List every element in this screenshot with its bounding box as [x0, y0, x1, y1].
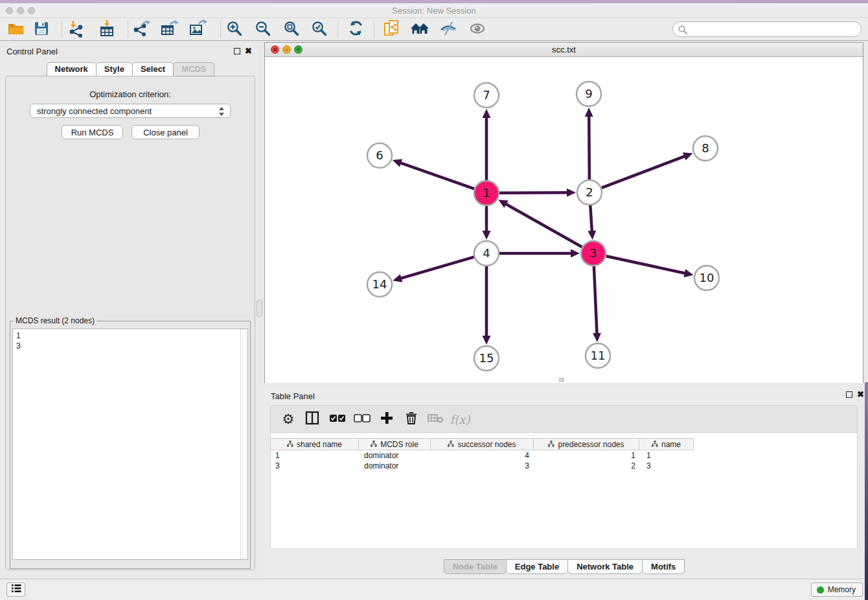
- float-table-panel-icon[interactable]: [846, 391, 852, 398]
- result-scrollbar[interactable]: [240, 329, 247, 559]
- panel-splitter-handle[interactable]: [257, 300, 262, 317]
- mcds-result-title: MCDS result (2 nodes): [14, 316, 97, 325]
- zoom-in-button[interactable]: [223, 19, 246, 40]
- table-tab-node-table[interactable]: Node Table: [444, 559, 507, 574]
- table-cell[interactable]: 4: [432, 450, 536, 461]
- graph-node-6[interactable]: 6: [367, 143, 392, 168]
- graph-arrowhead-4-3: [571, 249, 580, 258]
- memory-button[interactable]: Memory: [811, 583, 863, 597]
- task-history-button[interactable]: [6, 583, 25, 597]
- table-settings-button[interactable]: ⚙: [277, 410, 299, 429]
- graph-arrowhead-4-14: [393, 274, 402, 282]
- hide-selected-button[interactable]: [437, 19, 460, 40]
- close-panel-icon[interactable]: ✖: [245, 47, 252, 55]
- column-header-MCDS-role[interactable]: MCDS role: [358, 438, 431, 450]
- table-cell[interactable]: 3: [271, 461, 360, 471]
- graph-node-2[interactable]: 2: [577, 180, 602, 205]
- network-graph[interactable]: 1234678910111415: [265, 57, 863, 383]
- first-neighbors-button[interactable]: [408, 19, 431, 40]
- graph-edge-4-14[interactable]: [400, 257, 474, 279]
- svg-text:2: 2: [586, 185, 593, 199]
- graph-edge-3-1[interactable]: [505, 203, 582, 247]
- delete-button[interactable]: [400, 410, 422, 429]
- control-tab-style[interactable]: Style: [96, 62, 133, 76]
- column-header-name[interactable]: name: [639, 438, 694, 450]
- table-tab-edge-table[interactable]: Edge Table: [506, 559, 568, 574]
- table-row[interactable]: 3dominator323: [271, 461, 697, 471]
- table-cell[interactable]: 1: [536, 450, 642, 461]
- graph-node-11[interactable]: 11: [586, 343, 610, 368]
- close-table-panel-icon[interactable]: ✖: [857, 391, 864, 398]
- graph-edge-2-3[interactable]: [590, 205, 592, 233]
- table-row[interactable]: 1dominator411: [271, 450, 697, 461]
- unchecked-boxes-icon: [354, 413, 371, 425]
- graph-node-14[interactable]: 14: [367, 272, 392, 297]
- column-header-predecessor-nodes[interactable]: predecessor nodes: [533, 438, 639, 450]
- search-input[interactable]: [690, 23, 855, 35]
- open-file-button[interactable]: [4, 19, 27, 40]
- export-network-button[interactable]: [130, 19, 153, 40]
- table-cell[interactable]: dominator: [360, 450, 432, 461]
- import-table-button[interactable]: [95, 19, 119, 40]
- graph-edge-2-9[interactable]: [589, 115, 589, 179]
- table-cell[interactable]: 1: [271, 450, 360, 461]
- table-tab-network-table[interactable]: Network Table: [567, 559, 643, 574]
- table-cell[interactable]: 1: [642, 450, 697, 461]
- graph-edge-3-10[interactable]: [606, 256, 687, 273]
- add-button[interactable]: [376, 410, 398, 429]
- run-mcds-button[interactable]: Run MCDS: [62, 125, 123, 139]
- network-view-window: ✕ − + scc.txt 1234678910111415: [264, 42, 863, 383]
- clone-network-button[interactable]: [380, 19, 404, 40]
- toolbar-separator: [337, 21, 338, 38]
- function-builder-button[interactable]: f(x): [449, 410, 471, 429]
- zoom-out-button[interactable]: [251, 19, 275, 40]
- table-cell[interactable]: dominator: [360, 461, 432, 471]
- export-image-button[interactable]: [186, 19, 209, 40]
- column-header-shared-name[interactable]: shared name: [270, 438, 359, 450]
- graph-node-3[interactable]: 3: [581, 241, 606, 266]
- search-field[interactable]: [672, 21, 862, 37]
- deselect-all-button[interactable]: [351, 410, 373, 429]
- network-window-titlebar[interactable]: ✕ − + scc.txt: [265, 43, 863, 57]
- mcds-result-box[interactable]: 1 3: [12, 329, 248, 560]
- graph-node-1[interactable]: 1: [474, 181, 499, 205]
- graph-node-15[interactable]: 15: [474, 346, 499, 371]
- graph-node-7[interactable]: 7: [474, 83, 499, 108]
- table-cell[interactable]: 3: [432, 461, 536, 471]
- control-tab-network[interactable]: Network: [47, 62, 97, 76]
- show-all-button[interactable]: [466, 19, 489, 40]
- zoom-fit-button[interactable]: [280, 19, 303, 40]
- table-tab-motifs[interactable]: Motifs: [642, 559, 685, 574]
- svg-text:6: 6: [376, 148, 383, 162]
- graph-edge-3-11[interactable]: [594, 266, 597, 335]
- export-table-button[interactable]: [157, 19, 181, 40]
- control-tab-mcds[interactable]: MCDS: [173, 62, 214, 76]
- delete-table-button[interactable]: [424, 410, 446, 429]
- table-cell[interactable]: 2: [536, 461, 642, 471]
- graph-arrowhead-1-4: [483, 231, 491, 240]
- import-network-button[interactable]: [65, 19, 88, 40]
- graph-node-9[interactable]: 9: [577, 82, 601, 106]
- graph-edge-1-6[interactable]: [399, 163, 474, 189]
- select-all-button[interactable]: [326, 410, 348, 429]
- save-session-button[interactable]: [30, 19, 53, 40]
- column-header-successor-nodes[interactable]: successor nodes: [430, 438, 534, 450]
- table-cell[interactable]: 3: [642, 461, 697, 471]
- graph-edge-1-2[interactable]: [499, 192, 569, 193]
- graph-node-8[interactable]: 8: [693, 136, 718, 161]
- show-column-button[interactable]: [301, 410, 323, 429]
- control-tab-select[interactable]: Select: [132, 62, 174, 76]
- graph-node-10[interactable]: 10: [694, 266, 719, 290]
- float-panel-icon[interactable]: [234, 48, 240, 54]
- svg-text:3: 3: [589, 246, 597, 260]
- svg-text:4: 4: [483, 246, 490, 260]
- graph-edge-2-8[interactable]: [602, 156, 686, 188]
- svg-text:7: 7: [483, 88, 490, 102]
- criterion-select[interactable]: strongly connected component: [30, 104, 231, 118]
- refresh-view-button[interactable]: [344, 19, 367, 40]
- graph-node-4[interactable]: 4: [474, 241, 499, 266]
- network-canvas[interactable]: 1234678910111415: [265, 57, 863, 383]
- window-resize-handle[interactable]: [559, 378, 564, 382]
- zoom-selected-button[interactable]: [308, 19, 331, 40]
- close-panel-button[interactable]: Close panel: [131, 125, 200, 139]
